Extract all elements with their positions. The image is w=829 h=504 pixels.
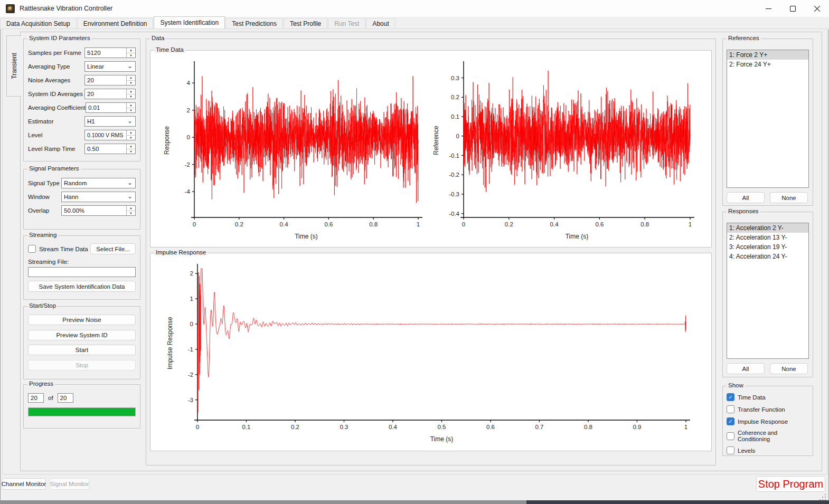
responses-all-button[interactable]: All <box>727 363 765 374</box>
tab-test-predictions[interactable]: Test Predictions <box>225 18 283 29</box>
checkbox-label: Impulse Response <box>738 419 788 425</box>
spin-up-icon[interactable]: ▲ <box>127 48 135 53</box>
checkbox-icon[interactable]: ✓ <box>727 446 734 454</box>
group-title: Impulse Response <box>154 249 208 255</box>
list-item[interactable]: 2: Acceleration 13 Y- <box>727 233 808 242</box>
group-title: Streaming <box>27 232 58 238</box>
streaming-file-input[interactable] <box>28 267 136 277</box>
stop-program-button[interactable]: Stop Program <box>756 476 825 492</box>
checkbox-icon[interactable]: ✓ <box>727 432 734 440</box>
overlap-spinbox[interactable]: 50.00%▲▼ <box>61 205 136 216</box>
maximize-button[interactable] <box>780 0 805 17</box>
estimator-select[interactable]: H1⌄ <box>84 116 136 127</box>
spin-up-icon[interactable]: ▲ <box>127 75 135 81</box>
checkbox-icon[interactable]: ✓ <box>727 393 734 401</box>
checkbox-icon[interactable]: ✓ <box>727 405 734 413</box>
spin-up-icon[interactable]: ▲ <box>127 144 135 149</box>
references-none-button[interactable]: None <box>770 192 808 203</box>
checkbox-label: Time Data <box>738 394 766 401</box>
spin-up-icon[interactable]: ▲ <box>127 206 135 211</box>
responses-list[interactable]: 1: Acceleration 2 Y- 2: Acceleration 13 … <box>727 223 809 359</box>
list-item[interactable]: 4: Acceleration 24 Y- <box>727 252 808 261</box>
response-time-chart[interactable]: -4-202400.20.40.60.81Time (s)Response <box>153 56 430 244</box>
side-tab-transient[interactable]: Transient <box>6 35 21 97</box>
tab-environment-definition[interactable]: Environment Definition <box>77 18 154 29</box>
references-all-button[interactable]: All <box>727 192 765 203</box>
svg-text:0.2: 0.2 <box>505 221 513 227</box>
spin-down-icon[interactable]: ▼ <box>127 94 135 99</box>
window-select[interactable]: Hann⌄ <box>61 192 136 202</box>
svg-text:2: 2 <box>190 270 193 277</box>
checkbox-icon[interactable]: ✓ <box>727 417 734 425</box>
app-window: Rattlesnake Vibration Controller Data Ac… <box>0 0 829 504</box>
spin-down-icon[interactable]: ▼ <box>127 211 135 216</box>
svg-text:-0.4: -0.4 <box>449 211 459 217</box>
list-item[interactable]: 1: Acceleration 2 Y- <box>727 223 808 233</box>
spinner-buttons[interactable]: ▲▼ <box>126 89 135 99</box>
show-transfer-function-checkbox[interactable]: ✓ Transfer Function <box>727 405 809 413</box>
tab-about[interactable]: About <box>366 18 395 29</box>
averaging-type-select[interactable]: Linear⌄ <box>84 61 136 72</box>
samples-per-frame-spinbox[interactable]: 5120▲▼ <box>84 47 136 58</box>
svg-text:Impulse Response: Impulse Response <box>166 317 174 369</box>
spin-down-icon[interactable]: ▼ <box>127 136 135 140</box>
tab-system-identification[interactable]: System Identification <box>154 16 225 30</box>
preview-noise-button[interactable]: Preview Noise <box>28 315 136 325</box>
progress-total-field[interactable]: 20 <box>58 393 73 403</box>
spin-up-icon[interactable]: ▲ <box>127 130 135 136</box>
svg-text:0.8: 0.8 <box>584 424 592 430</box>
group-title: System ID Parameters <box>27 35 92 41</box>
spin-down-icon[interactable]: ▼ <box>127 108 135 113</box>
close-button[interactable] <box>805 0 829 17</box>
spin-down-icon[interactable]: ▼ <box>127 53 135 58</box>
noise-averages-spinbox[interactable]: 20▲▼ <box>84 75 136 85</box>
spin-up-icon[interactable]: ▲ <box>127 89 135 94</box>
combo-value: Random <box>64 180 87 186</box>
show-coherence-conditioning-checkbox[interactable]: ✓ Coherence and Conditioning <box>727 430 809 442</box>
list-item[interactable]: 2: Force 24 Y+ <box>727 60 808 69</box>
spin-down-icon[interactable]: ▼ <box>127 81 135 85</box>
svg-text:-4: -4 <box>185 188 191 195</box>
checkbox-label: Transfer Function <box>738 406 785 413</box>
list-item[interactable]: 3: Acceleration 19 Y- <box>727 242 808 252</box>
system-id-parameters-group: System ID Parameters Samples per Frame 5… <box>23 39 140 161</box>
spin-value: 20 <box>87 91 94 97</box>
svg-text:-1: -1 <box>188 346 193 353</box>
field-label: Window <box>28 194 50 200</box>
preview-system-id-button[interactable]: Preview System ID <box>28 330 136 340</box>
show-time-data-checkbox[interactable]: ✓ Time Data <box>727 393 809 401</box>
svg-text:Time (s): Time (s) <box>430 435 454 443</box>
responses-none-button[interactable]: None <box>770 363 808 374</box>
channel-monitor-button[interactable]: Channel Monitor <box>2 478 46 490</box>
signal-type-select[interactable]: Random⌄ <box>61 178 136 188</box>
show-levels-checkbox[interactable]: ✓ Levels <box>727 446 809 454</box>
averaging-coefficient-spinbox[interactable]: 0.01▲▼ <box>86 102 136 113</box>
tab-test-profile[interactable]: Test Profile <box>284 18 327 29</box>
reference-time-chart[interactable]: -0.4-0.3-0.2-0.100.10.20.300.20.40.60.81… <box>431 56 708 244</box>
select-file-button[interactable]: Select File... <box>90 243 136 254</box>
spin-up-icon[interactable]: ▲ <box>127 103 135 108</box>
spinner-buttons[interactable]: ▲▼ <box>126 144 135 154</box>
spinner-buttons[interactable]: ▲▼ <box>126 75 135 85</box>
impulse-response-chart[interactable]: -3-2-101200.10.20.30.40.50.60.70.80.91Ti… <box>152 259 710 449</box>
show-impulse-response-checkbox[interactable]: ✓ Impulse Response <box>727 417 809 425</box>
spinner-buttons[interactable]: ▲▼ <box>126 206 135 215</box>
spinner-buttons[interactable]: ▲▼ <box>126 130 135 140</box>
spin-value: 20 <box>87 77 94 83</box>
spin-down-icon[interactable]: ▼ <box>127 149 135 154</box>
checkbox-label: Stream Time Data <box>39 246 88 252</box>
level-ramp-time-spinbox[interactable]: 0.50▲▼ <box>84 144 136 154</box>
progress-current-field[interactable]: 20 <box>28 393 44 403</box>
spinner-buttons[interactable]: ▲▼ <box>126 103 135 112</box>
stream-time-data-checkbox[interactable]: ✓ Stream Time Data <box>28 245 88 253</box>
start-button[interactable]: Start <box>28 345 136 355</box>
tab-data-acquisition-setup[interactable]: Data Acquisition Setup <box>0 18 77 29</box>
save-system-identification-data-button[interactable]: Save System Identification Data <box>28 281 136 292</box>
checkbox-icon[interactable]: ✓ <box>28 245 36 253</box>
level-spinbox[interactable]: 0.1000 V RMS▲▼ <box>84 130 136 140</box>
minimize-button[interactable] <box>756 0 780 17</box>
list-item[interactable]: 1: Force 2 Y+ <box>727 50 808 60</box>
system-id-averages-spinbox[interactable]: 20▲▼ <box>84 89 136 99</box>
spinner-buttons[interactable]: ▲▼ <box>126 48 135 58</box>
references-list[interactable]: 1: Force 2 Y+ 2: Force 24 Y+ <box>727 50 809 188</box>
